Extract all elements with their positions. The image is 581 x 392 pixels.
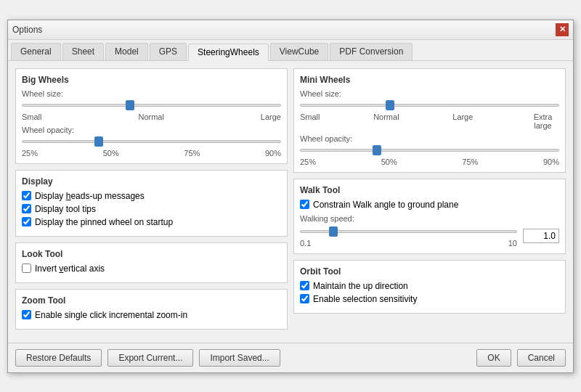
display-checkbox-3-label: Display the pinned wheel on startup xyxy=(35,217,173,227)
tab-gps[interactable]: GPS xyxy=(150,43,187,60)
orbit-tool-checkbox-1-label: Maintain the up direction xyxy=(313,281,408,291)
title-bar: Options ✕ xyxy=(8,20,573,40)
speed-mark-max: 10 xyxy=(508,239,517,248)
opacity-mark-25: 25% xyxy=(22,149,38,158)
big-wheels-size-marks: Small Normal Large xyxy=(22,113,281,121)
big-wheels-size-label: Wheel size: xyxy=(22,89,281,98)
zoom-tool-checkbox-1: Enable single click incremental zoom-in xyxy=(22,310,281,320)
mini-opacity-mark-75: 75% xyxy=(462,158,478,166)
mini-wheels-panel: Mini Wheels Wheel size: Small Normal Lar… xyxy=(293,68,566,173)
zoom-tool-panel: Zoom Tool Enable single click incrementa… xyxy=(15,289,288,330)
mini-mark-large: Large xyxy=(452,113,473,130)
big-wheels-opacity-slider-container xyxy=(22,140,281,143)
look-tool-checkbox-1-input[interactable] xyxy=(22,264,31,273)
mini-opacity-mark-50: 50% xyxy=(381,158,397,166)
mini-mark-small: Small xyxy=(300,113,320,130)
mark-normal: Normal xyxy=(138,113,163,121)
tab-steeringwheels[interactable]: SteeringWheels xyxy=(188,44,269,61)
opacity-mark-90: 90% xyxy=(265,149,281,158)
walk-tool-checkbox-1-input[interactable] xyxy=(300,200,309,209)
orbit-tool-checkbox-2-label: Enable selection sensitivity xyxy=(313,294,417,304)
ok-button[interactable]: OK xyxy=(476,349,511,367)
orbit-tool-checkbox-1-input[interactable] xyxy=(300,281,309,290)
display-panel: Display Display heads-up messages Displa… xyxy=(15,170,288,237)
footer: Restore Defaults Export Current... Impor… xyxy=(8,343,573,372)
display-checkbox-1-input[interactable] xyxy=(22,191,31,200)
mini-wheels-size-thumb[interactable] xyxy=(386,100,394,110)
zoom-tool-checkbox-1-label: Enable single click incremental zoom-in xyxy=(35,310,187,320)
opacity-mark-75: 75% xyxy=(184,149,200,158)
restore-defaults-button[interactable]: Restore Defaults xyxy=(15,349,102,367)
display-checkbox-1: Display heads-up messages xyxy=(22,191,281,201)
walking-speed-track xyxy=(300,230,517,233)
mini-wheels-size-slider-container xyxy=(300,104,559,107)
options-dialog: Options ✕ General Sheet Model GPS Steeri… xyxy=(7,20,574,373)
orbit-tool-title: Orbit Tool xyxy=(300,266,559,277)
mini-wheels-size-label: Wheel size: xyxy=(300,89,559,98)
tab-viewcube[interactable]: ViewCube xyxy=(270,43,328,60)
big-wheels-opacity-marks: 25% 50% 75% 90% xyxy=(22,149,281,158)
close-button[interactable]: ✕ xyxy=(556,23,569,36)
walk-tool-checkbox-1-label: Constrain Walk angle to ground plane xyxy=(313,200,458,210)
mini-wheels-size-marks: Small Normal Large Extra large xyxy=(300,113,559,130)
zoom-tool-title: Zoom Tool xyxy=(22,295,281,306)
orbit-tool-checkbox-2: Enable selection sensitivity xyxy=(300,294,559,304)
mini-wheels-opacity-track xyxy=(300,149,559,152)
display-checkbox-2: Display tool tips xyxy=(22,204,281,214)
big-wheels-size-slider-container xyxy=(22,104,281,107)
mark-small: Small xyxy=(22,113,42,121)
export-current-button[interactable]: Export Current... xyxy=(107,349,193,367)
big-wheels-opacity-label: Wheel opacity: xyxy=(22,126,281,134)
walk-tool-panel: Walk Tool Constrain Walk angle to ground… xyxy=(293,179,566,254)
orbit-tool-panel: Orbit Tool Maintain the up direction Ena… xyxy=(293,260,566,314)
mini-wheels-title: Mini Wheels xyxy=(300,75,559,85)
mini-opacity-mark-90: 90% xyxy=(543,158,559,166)
mark-large: Large xyxy=(261,113,281,121)
footer-right-buttons: OK Cancel xyxy=(476,349,566,367)
tab-bar: General Sheet Model GPS SteeringWheels V… xyxy=(8,40,573,61)
cancel-button[interactable]: Cancel xyxy=(517,349,566,367)
tab-pdf-conversion[interactable]: PDF Conversion xyxy=(330,43,413,60)
orbit-tool-checkbox-1: Maintain the up direction xyxy=(300,281,559,291)
mini-opacity-mark-25: 25% xyxy=(300,158,316,166)
look-tool-title: Look Tool xyxy=(22,249,281,259)
left-panel: Big Wheels Wheel size: Small Normal Larg… xyxy=(15,68,288,330)
mini-mark-extra-large: Extra large xyxy=(527,113,559,130)
walking-speed-marks: 0.1 10 xyxy=(300,239,517,248)
display-checkbox-2-input[interactable] xyxy=(22,204,31,213)
display-checkbox-2-label: Display tool tips xyxy=(35,204,96,214)
display-checkbox-3-input[interactable] xyxy=(22,217,31,226)
big-wheels-panel: Big Wheels Wheel size: Small Normal Larg… xyxy=(15,68,288,164)
walking-speed-slider-wrap: 0.1 10 xyxy=(300,224,517,248)
walking-speed-row: 0.1 10 xyxy=(300,224,559,248)
tab-sheet[interactable]: Sheet xyxy=(62,43,104,60)
big-wheels-size-thumb[interactable] xyxy=(126,100,134,110)
mini-wheels-size-track xyxy=(300,104,559,107)
walk-tool-title: Walk Tool xyxy=(300,185,559,195)
look-tool-panel: Look Tool Invert vertical axis xyxy=(15,242,288,283)
display-checkbox-3: Display the pinned wheel on startup xyxy=(22,217,281,227)
walking-speed-input[interactable] xyxy=(523,229,559,243)
zoom-tool-checkbox-1-input[interactable] xyxy=(22,310,31,319)
big-wheels-title: Big Wheels xyxy=(22,75,281,85)
walking-speed-label: Walking speed: xyxy=(300,214,559,223)
look-tool-checkbox-1: Invert vertical axis xyxy=(22,264,281,274)
tab-general[interactable]: General xyxy=(11,43,61,60)
big-wheels-opacity-track xyxy=(22,140,281,143)
footer-left-buttons: Restore Defaults Export Current... Impor… xyxy=(15,349,280,367)
mini-wheels-opacity-slider-container xyxy=(300,149,559,152)
content-area: Big Wheels Wheel size: Small Normal Larg… xyxy=(8,61,573,343)
look-tool-checkbox-1-label: Invert vertical axis xyxy=(35,264,105,274)
orbit-tool-checkbox-2-input[interactable] xyxy=(300,294,309,303)
walking-speed-thumb[interactable] xyxy=(329,226,338,237)
mini-wheels-opacity-marks: 25% 50% 75% 90% xyxy=(300,158,559,166)
speed-mark-min: 0.1 xyxy=(300,239,311,248)
import-saved-button[interactable]: Import Saved... xyxy=(199,349,280,367)
right-panel: Mini Wheels Wheel size: Small Normal Lar… xyxy=(293,68,566,330)
tab-model[interactable]: Model xyxy=(105,43,148,60)
big-wheels-opacity-thumb[interactable] xyxy=(94,136,103,147)
mini-wheels-opacity-label: Wheel opacity: xyxy=(300,134,559,143)
big-wheels-size-track xyxy=(22,104,281,107)
mini-mark-normal: Normal xyxy=(373,113,399,130)
mini-wheels-opacity-thumb[interactable] xyxy=(373,145,381,155)
